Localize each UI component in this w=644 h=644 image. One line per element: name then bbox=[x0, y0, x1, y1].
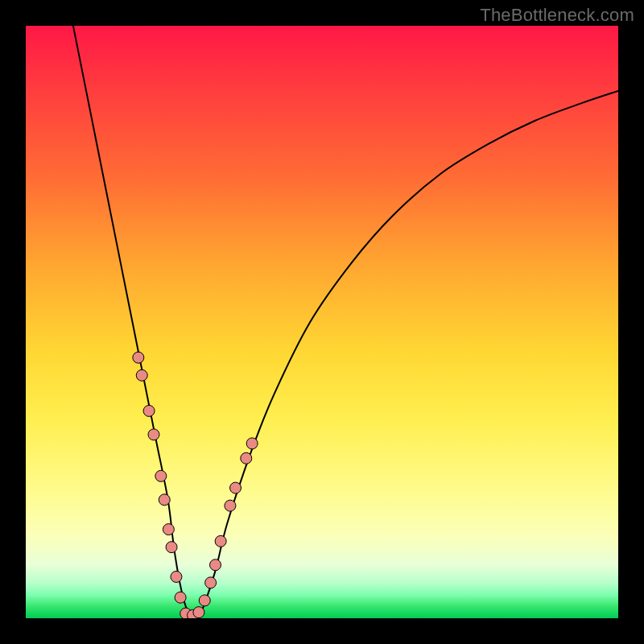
curve-svg bbox=[26, 26, 618, 618]
data-marker bbox=[143, 405, 155, 416]
chart-canvas: TheBottleneck.com bbox=[0, 0, 644, 644]
data-marker bbox=[159, 494, 170, 506]
data-marker bbox=[136, 369, 147, 381]
data-marker bbox=[148, 429, 159, 440]
watermark-text: TheBottleneck.com bbox=[480, 5, 634, 26]
plot-area bbox=[26, 26, 618, 618]
data-marker bbox=[175, 592, 186, 603]
data-marker bbox=[166, 542, 177, 553]
data-marker bbox=[133, 352, 144, 363]
data-marker bbox=[241, 452, 252, 464]
data-marker bbox=[163, 524, 174, 535]
data-marker bbox=[155, 470, 167, 481]
data-marker bbox=[225, 500, 236, 511]
data-marker bbox=[199, 595, 210, 606]
bottleneck-curve bbox=[73, 26, 618, 618]
data-marker bbox=[230, 482, 242, 493]
data-marker bbox=[210, 559, 221, 571]
data-marker bbox=[193, 607, 204, 618]
data-marker bbox=[205, 577, 217, 588]
data-marker bbox=[215, 535, 226, 547]
data-marker bbox=[171, 571, 182, 582]
marker-group bbox=[133, 352, 258, 618]
data-marker bbox=[246, 438, 258, 449]
